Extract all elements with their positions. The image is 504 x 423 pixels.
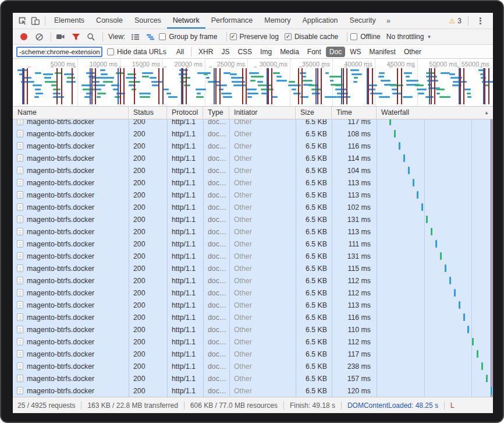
- devtools-tabbar: ElementsConsoleSourcesNetworkPerformance…: [13, 13, 493, 29]
- type-filter-manifest[interactable]: Manifest: [366, 47, 399, 57]
- size-cell: 6.5 KB: [296, 301, 332, 309]
- request-name: magento-btrfs.docker: [27, 350, 94, 358]
- type-filter-xhr[interactable]: XHR: [195, 47, 216, 57]
- name-cell: magento-btrfs.docker: [13, 289, 129, 297]
- overview-load-line: [488, 68, 489, 104]
- table-row[interactable]: magento-btrfs.docker200http/1.1doc…Other…: [13, 360, 493, 372]
- initiator-cell: Other: [229, 154, 296, 163]
- table-row[interactable]: magento-btrfs.docker200http/1.1doc…Other…: [13, 372, 493, 385]
- network-overview-timeline[interactable]: 5000 ms10000 ms15000 ms20000 ms25000 ms3…: [13, 59, 493, 107]
- column-header-type[interactable]: Type: [203, 107, 229, 119]
- offline-checkbox[interactable]: Offline: [350, 33, 380, 41]
- settings-menu-icon[interactable]: ⋮: [471, 16, 489, 26]
- table-row[interactable]: magento-btrfs.docker200http/1.1doc…Other…: [13, 287, 493, 299]
- search-icon[interactable]: [84, 31, 97, 43]
- document-icon: [17, 277, 23, 284]
- inspect-element-icon[interactable]: [16, 15, 29, 27]
- type-filter-img[interactable]: Img: [257, 47, 275, 57]
- table-row[interactable]: magento-btrfs.docker200http/1.1doc…Other…: [13, 201, 493, 213]
- overview-request-bar: [216, 84, 227, 86]
- dom-content-loaded-time: DOMContentLoaded: 48.25 s: [347, 401, 438, 410]
- type-filter-js[interactable]: JS: [218, 47, 233, 57]
- table-row[interactable]: magento-btrfs.docker200http/1.1doc…Other…: [13, 225, 493, 238]
- type-filter-other[interactable]: Other: [400, 47, 425, 57]
- disable-cache-checkbox[interactable]: ✓ Disable cache: [285, 33, 338, 41]
- table-row[interactable]: magento-btrfs.docker200http/1.1doc…Other…: [13, 250, 493, 262]
- overview-dcl-line: [214, 68, 215, 104]
- tab-application[interactable]: Application: [296, 13, 343, 29]
- capture-screenshots-icon[interactable]: [54, 31, 67, 43]
- tab-elements[interactable]: Elements: [48, 13, 90, 29]
- device-toolbar-icon[interactable]: [29, 15, 42, 27]
- type-filter-all[interactable]: All: [173, 47, 187, 57]
- table-row[interactable]: magento-btrfs.docker200http/1.1doc…Other…: [13, 152, 493, 164]
- type-filter-css[interactable]: CSS: [234, 47, 255, 57]
- overview-request-bar: [45, 81, 56, 83]
- type-filter-ws[interactable]: WS: [346, 47, 364, 57]
- tab-security[interactable]: Security: [344, 13, 382, 29]
- separator: [283, 401, 284, 410]
- separator: [102, 32, 103, 41]
- record-button[interactable]: [17, 31, 30, 43]
- separator: [51, 32, 51, 41]
- hide-data-urls-checkbox[interactable]: Hide data URLs: [107, 48, 166, 56]
- tab-memory[interactable]: Memory: [258, 13, 296, 29]
- table-row[interactable]: magento-btrfs.docker200http/1.1doc…Other…: [13, 274, 493, 287]
- name-cell: magento-btrfs.docker: [13, 203, 129, 211]
- preserve-log-checkbox[interactable]: ✓ Preserve log: [230, 33, 279, 41]
- column-header-waterfall[interactable]: Waterfall▲: [377, 107, 493, 119]
- overview-load-line: [91, 68, 93, 104]
- waterfall-view-icon[interactable]: [144, 31, 157, 43]
- filter-icon[interactable]: [69, 31, 82, 43]
- column-header-name[interactable]: Name: [13, 107, 129, 119]
- protocol-cell: http/1.1: [167, 228, 203, 236]
- table-row[interactable]: magento-btrfs.docker200http/1.1doc…Other…: [13, 385, 493, 397]
- overview-load-line: [298, 68, 299, 104]
- table-row[interactable]: magento-btrfs.docker200http/1.1doc…Other…: [13, 238, 493, 250]
- overview-gridline: [205, 59, 205, 106]
- console-warning-badge[interactable]: ⚠ 3: [446, 17, 465, 25]
- table-row[interactable]: magento-btrfs.docker200http/1.1doc…Other…: [13, 299, 493, 311]
- filter-input[interactable]: -scheme:chrome-extension: [16, 47, 102, 57]
- overview-request-bar: [436, 93, 440, 94]
- tab-console[interactable]: Console: [90, 13, 129, 29]
- more-tabs-icon[interactable]: »: [382, 16, 395, 25]
- overview-gridline: [332, 59, 333, 106]
- table-row[interactable]: magento-btrfs.docker200http/1.1doc…Other…: [13, 311, 493, 323]
- group-by-frame-checkbox[interactable]: Group by frame: [159, 33, 217, 41]
- waterfall-cell: [377, 128, 493, 140]
- table-row[interactable]: magento-btrfs.docker200http/1.1doc…Other…: [13, 128, 493, 140]
- table-row[interactable]: magento-btrfs.docker200http/1.1doc…Other…: [13, 164, 493, 177]
- separator: [468, 16, 468, 26]
- throttling-dropdown[interactable]: No throttling ▼: [386, 33, 432, 41]
- time-cell: 112 ms: [332, 289, 377, 297]
- table-row[interactable]: magento-btrfs.docker200http/1.1doc…Other…: [13, 177, 493, 189]
- column-header-status[interactable]: Status: [129, 107, 167, 119]
- table-row[interactable]: magento-btrfs.docker200http/1.1doc…Other…: [13, 262, 493, 274]
- overview-load-line: [321, 68, 322, 104]
- tab-sources[interactable]: Sources: [129, 13, 167, 29]
- clear-button[interactable]: [33, 31, 45, 43]
- column-header-initiator[interactable]: Initiator: [229, 107, 296, 119]
- type-filter-doc[interactable]: Doc: [326, 47, 345, 57]
- table-row[interactable]: magento-btrfs.docker200http/1.1doc…Other…: [13, 323, 493, 336]
- name-cell: magento-btrfs.docker: [13, 375, 129, 383]
- table-row[interactable]: magento-btrfs.docker200http/1.1doc…Other…: [13, 348, 493, 360]
- size-cell: 6.5 KB: [296, 154, 332, 163]
- table-row[interactable]: magento-btrfs.docker200http/1.1doc…Other…: [13, 119, 493, 128]
- column-header-size[interactable]: Size: [296, 107, 332, 119]
- preserve-log-label: Preserve log: [240, 33, 279, 41]
- column-header-protocol[interactable]: Protocol: [167, 107, 203, 119]
- table-row[interactable]: magento-btrfs.docker200http/1.1doc…Other…: [13, 140, 493, 152]
- overview-request-bar: [250, 80, 255, 82]
- type-filter-media[interactable]: Media: [276, 47, 303, 57]
- column-header-time[interactable]: Time: [332, 107, 377, 119]
- tab-performance[interactable]: Performance: [205, 13, 259, 29]
- list-view-icon[interactable]: [129, 31, 141, 43]
- table-row[interactable]: magento-btrfs.docker200http/1.1doc…Other…: [13, 189, 493, 201]
- table-row[interactable]: magento-btrfs.docker200http/1.1doc…Other…: [13, 213, 493, 225]
- name-cell: magento-btrfs.docker: [13, 326, 129, 334]
- type-filter-font[interactable]: Font: [304, 47, 325, 57]
- table-row[interactable]: magento-btrfs.docker200http/1.1doc…Other…: [13, 336, 493, 348]
- tab-network[interactable]: Network: [167, 13, 205, 29]
